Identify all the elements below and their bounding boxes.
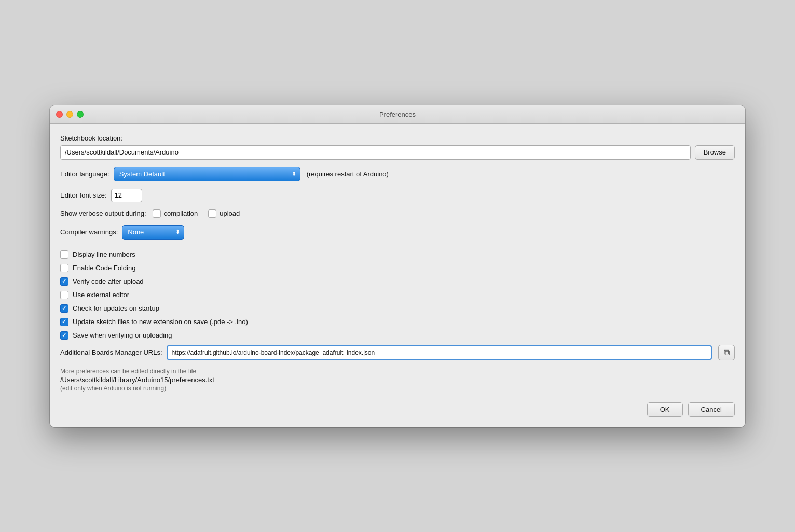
verbose-output-row: Show verbose output during: compilation … bbox=[60, 209, 735, 218]
maximize-button[interactable] bbox=[77, 111, 84, 118]
compiler-warnings-select[interactable]: None bbox=[122, 225, 184, 240]
save-when-verifying-checkbox[interactable] bbox=[60, 331, 68, 340]
verify-code-after-upload-text: Verify code after upload bbox=[73, 277, 144, 285]
compilation-checkbox[interactable] bbox=[153, 209, 161, 218]
additional-boards-label: Additional Boards Manager URLs: bbox=[60, 348, 162, 356]
editor-language-label: Editor language: bbox=[60, 170, 109, 178]
footer-hint: More preferences can be edited directly … bbox=[60, 368, 735, 375]
additional-boards-row: Additional Boards Manager URLs: ⧉ bbox=[60, 345, 735, 360]
bottom-buttons: OK Cancel bbox=[60, 402, 735, 417]
editor-language-note: (requires restart of Arduino) bbox=[307, 170, 389, 178]
sketchbook-row: Sketchbook location: Browse bbox=[60, 134, 735, 160]
display-line-numbers-checkbox[interactable] bbox=[60, 250, 68, 259]
use-external-editor-checkbox-label[interactable]: Use external editor bbox=[60, 291, 735, 299]
sketchbook-path-input[interactable] bbox=[60, 145, 691, 160]
minimize-button[interactable] bbox=[66, 111, 73, 118]
editor-font-size-row: Editor font size: bbox=[60, 189, 735, 202]
preferences-window: Preferences Sketchbook location: Browse … bbox=[50, 105, 745, 427]
sketchbook-input-row: Browse bbox=[60, 145, 735, 160]
compiler-warnings-row: Compiler warnings: None ⬍ bbox=[60, 225, 735, 240]
display-line-numbers-text: Display line numbers bbox=[73, 250, 135, 258]
update-sketch-files-checkbox[interactable] bbox=[60, 318, 68, 326]
enable-code-folding-text: Enable Code Folding bbox=[73, 264, 135, 272]
compilation-check: compilation bbox=[153, 209, 198, 218]
copy-url-button[interactable]: ⧉ bbox=[718, 345, 735, 360]
compiler-warnings-select-wrapper: None ⬍ bbox=[122, 225, 184, 240]
editor-language-select[interactable]: System Default bbox=[114, 167, 300, 181]
check-for-updates-text: Check for updates on startup bbox=[73, 304, 159, 312]
use-external-editor-text: Use external editor bbox=[73, 291, 129, 299]
cancel-button[interactable]: Cancel bbox=[688, 402, 735, 417]
close-button[interactable] bbox=[56, 111, 63, 118]
save-when-verifying-text: Save when verifying or uploading bbox=[73, 331, 172, 339]
window-title: Preferences bbox=[379, 110, 416, 118]
footer-path: /Users/scottkildall/Library/Arduino15/pr… bbox=[60, 376, 735, 384]
editor-language-row: Editor language: System Default ⬍ (requi… bbox=[60, 167, 735, 181]
verify-code-after-upload-checkbox-label[interactable]: Verify code after upload bbox=[60, 277, 735, 286]
compilation-label: compilation bbox=[164, 209, 198, 217]
verbose-output-label: Show verbose output during: bbox=[60, 209, 146, 217]
divider bbox=[60, 247, 735, 247]
upload-label: upload bbox=[220, 209, 240, 217]
editor-language-select-wrapper: System Default ⬍ bbox=[114, 167, 300, 181]
save-when-verifying-checkbox-label[interactable]: Save when verifying or uploading bbox=[60, 331, 735, 340]
preferences-content: Sketchbook location: Browse Editor langu… bbox=[50, 124, 745, 427]
editor-font-size-label: Editor font size: bbox=[60, 191, 107, 199]
copy-icon: ⧉ bbox=[724, 348, 730, 357]
enable-code-folding-checkbox[interactable] bbox=[60, 264, 68, 272]
check-for-updates-checkbox[interactable] bbox=[60, 304, 68, 313]
titlebar: Preferences bbox=[50, 105, 745, 124]
verbose-checkboxes: compilation upload bbox=[153, 209, 240, 218]
traffic-lights bbox=[56, 111, 84, 118]
additional-boards-url-input[interactable] bbox=[167, 345, 712, 360]
sketchbook-label: Sketchbook location: bbox=[60, 134, 122, 142]
use-external-editor-checkbox[interactable] bbox=[60, 291, 68, 299]
checkboxes-section: Display line numbers Enable Code Folding… bbox=[60, 250, 735, 340]
footer-section: More preferences can be edited directly … bbox=[60, 368, 735, 392]
display-line-numbers-checkbox-label[interactable]: Display line numbers bbox=[60, 250, 735, 259]
check-for-updates-checkbox-label[interactable]: Check for updates on startup bbox=[60, 304, 735, 313]
footer-note: (edit only when Arduino is not running) bbox=[60, 385, 735, 392]
verify-code-after-upload-checkbox[interactable] bbox=[60, 277, 68, 286]
ok-button[interactable]: OK bbox=[647, 402, 683, 417]
enable-code-folding-checkbox-label[interactable]: Enable Code Folding bbox=[60, 264, 735, 272]
editor-font-size-input[interactable] bbox=[111, 189, 142, 202]
upload-checkbox[interactable] bbox=[208, 209, 216, 218]
upload-check: upload bbox=[208, 209, 240, 218]
update-sketch-files-checkbox-label[interactable]: Update sketch files to new extension on … bbox=[60, 318, 735, 326]
browse-button[interactable]: Browse bbox=[695, 145, 735, 160]
update-sketch-files-text: Update sketch files to new extension on … bbox=[73, 318, 248, 326]
compiler-warnings-label: Compiler warnings: bbox=[60, 228, 118, 236]
